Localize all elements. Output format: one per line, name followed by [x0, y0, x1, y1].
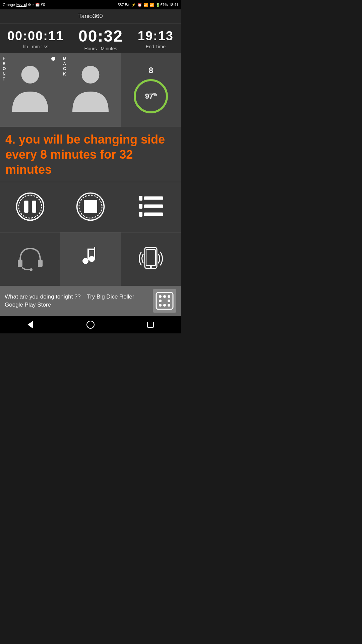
- recent-button[interactable]: [141, 318, 161, 331]
- svg-point-38: [163, 304, 166, 307]
- end-time-label: End Time: [146, 44, 166, 49]
- svg-rect-29: [146, 250, 156, 266]
- ad-icon: [153, 289, 176, 313]
- front-camera-preview: FRONT: [0, 53, 60, 127]
- list-icon: [137, 193, 164, 221]
- message-area: 4. you will be changing side every 8 min…: [0, 127, 181, 182]
- svg-rect-7: [32, 201, 36, 213]
- svg-point-5: [18, 195, 41, 218]
- pause-icon: [15, 192, 45, 223]
- status-icons: ⚙ ↕ 📅 🗺: [28, 3, 45, 7]
- bluetooth-icon: ⚡: [131, 3, 136, 7]
- camera-dot: [51, 57, 55, 61]
- status-right: 587 B/s ⚡ ⏰ 📶 📶 🔋67% 18:41: [118, 3, 178, 7]
- back-camera-label: BACK: [63, 56, 66, 77]
- elapsed-value: 00:00:11: [7, 29, 64, 43]
- svg-point-30: [150, 266, 152, 268]
- timer-row: 00:00:11 hh : mm : ss 00:32 Hours : Minu…: [0, 23, 181, 53]
- svg-rect-21: [38, 260, 43, 267]
- back-camera-preview: BACK: [60, 53, 121, 127]
- carrier-label: Orange: [3, 3, 15, 7]
- svg-point-36: [168, 300, 170, 302]
- ad-text: What are you doing tonight ?? Try Big Di…: [5, 293, 149, 309]
- app-title: Tanio360: [0, 9, 181, 23]
- svg-point-26: [82, 258, 88, 264]
- pause-button[interactable]: [0, 182, 60, 232]
- svg-rect-14: [139, 204, 142, 209]
- elapsed-label: hh : mm : ss: [23, 44, 48, 49]
- vibrate-icon: [136, 244, 166, 275]
- progress-label: 97%: [145, 92, 157, 101]
- end-timer: 19:13 End Time: [138, 29, 174, 49]
- status-bar: Orange VoLTE ⚙ ↕ 📅 🗺 587 B/s ⚡ ⏰ 📶 📶 🔋67…: [0, 0, 181, 9]
- svg-rect-31: [156, 292, 173, 309]
- controls-row[interactable]: [0, 182, 181, 232]
- speed-label: 587 B/s: [118, 3, 130, 7]
- svg-point-34: [168, 295, 170, 298]
- message-text: 4. you will be changing side every 8 min…: [5, 132, 176, 177]
- back-button[interactable]: [20, 318, 40, 331]
- svg-rect-42: [147, 322, 154, 327]
- status-left: Orange VoLTE ⚙ ↕ 📅 🗺: [3, 3, 45, 7]
- svg-point-33: [163, 295, 166, 298]
- svg-rect-28: [145, 248, 157, 268]
- nav-bar[interactable]: [0, 316, 181, 333]
- svg-point-22: [30, 268, 33, 271]
- vibrate-button[interactable]: [121, 232, 181, 286]
- session-label: Hours : Minutes: [84, 46, 117, 51]
- session-value: 00:32: [78, 27, 123, 45]
- svg-point-27: [89, 256, 95, 262]
- svg-point-35: [159, 300, 162, 302]
- svg-rect-17: [139, 212, 142, 217]
- headset-icon: [15, 244, 45, 275]
- battery-icon: 🔋67%: [156, 3, 168, 7]
- svg-point-39: [168, 304, 170, 307]
- svg-rect-25: [87, 249, 95, 250]
- back-person-icon: [70, 63, 111, 118]
- svg-rect-10: [84, 200, 97, 213]
- music-icon: [75, 244, 106, 275]
- front-camera-label: FRONT: [3, 56, 6, 82]
- svg-marker-40: [28, 321, 33, 328]
- svg-point-37: [159, 304, 162, 307]
- svg-rect-23: [87, 249, 89, 260]
- front-person-icon: [10, 63, 50, 118]
- battery-number: 8: [149, 66, 153, 75]
- svg-rect-6: [24, 201, 28, 213]
- wifi-icon: 📶: [143, 3, 148, 7]
- ad-banner[interactable]: What are you doing tonight ?? Try Big Di…: [0, 286, 181, 316]
- svg-rect-11: [139, 196, 142, 201]
- svg-rect-20: [18, 260, 22, 267]
- elapsed-timer: 00:00:11 hh : mm : ss: [7, 29, 64, 49]
- session-timer: 00:32 Hours : Minutes: [78, 27, 123, 51]
- music-button[interactable]: [60, 232, 121, 286]
- signal-icon: 📶: [149, 3, 154, 7]
- svg-point-1: [82, 66, 100, 84]
- progress-cell: 8 97%: [121, 53, 181, 127]
- svg-point-0: [21, 66, 39, 84]
- svg-point-32: [159, 295, 162, 298]
- list-button[interactable]: [121, 182, 181, 232]
- stop-button[interactable]: [60, 182, 121, 232]
- audio-row[interactable]: [0, 232, 181, 286]
- home-button[interactable]: [80, 318, 101, 331]
- svg-point-4: [16, 193, 44, 220]
- end-time-value: 19:13: [138, 29, 174, 43]
- clock-label: 18:41: [169, 3, 178, 7]
- circle-progress: 97%: [132, 78, 169, 115]
- alarm-icon: ⏰: [137, 3, 142, 7]
- stop-icon: [75, 192, 106, 223]
- volte-badge: VoLTE: [16, 3, 27, 7]
- headset-button[interactable]: [0, 232, 60, 286]
- preview-row: FRONT BACK 8 97%: [0, 53, 181, 127]
- svg-point-41: [87, 321, 94, 328]
